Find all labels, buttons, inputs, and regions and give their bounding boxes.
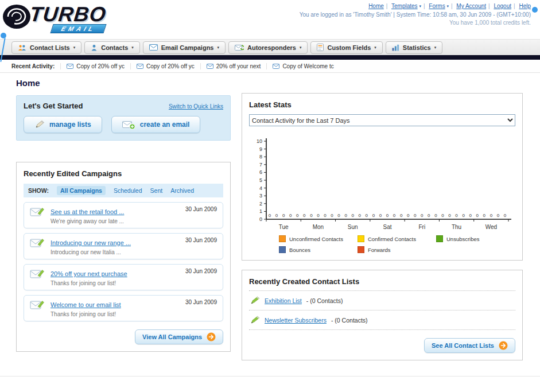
legend-item: Unconfirmed Contacts (279, 235, 358, 242)
contact-list-link[interactable]: Exhibition List (265, 297, 302, 304)
chart-legend: Unconfirmed ContactsConfirmed ContactsUn… (279, 235, 515, 253)
logo-subtext: EMAIL (50, 24, 106, 33)
nav-link-home[interactable]: Home (368, 3, 384, 9)
campaign-list-item[interactable]: 20% off your next purchase Thanks for jo… (24, 264, 223, 290)
tab-email-campaigns[interactable]: Email Campaigns ▾ (143, 41, 226, 54)
campaign-edit-icon (30, 299, 45, 310)
recent-activity-item[interactable]: 20% off your next (200, 63, 267, 69)
legend-label: Forwards (368, 247, 391, 253)
main-content: Home Let's Get Started Switch to Quick L… (0, 73, 540, 392)
switch-quick-links[interactable]: Switch to Quick Links (169, 103, 223, 110)
tab-label: Custom Fields (327, 44, 371, 51)
y-tick-label: 5 (259, 177, 262, 183)
footer-divider (0, 376, 540, 377)
tab-custom-fields[interactable]: Custom Fields ▾ (310, 41, 382, 54)
logo-text: TURBO (29, 2, 107, 26)
tab-contact-lists[interactable]: Contact Lists ▾ (11, 41, 81, 54)
chart-value-label: 0 (303, 213, 306, 218)
chart-value-label: 0 (331, 213, 333, 218)
view-all-campaigns-button[interactable]: View All Campaigns (135, 329, 223, 344)
legend-swatch (436, 235, 443, 242)
chart-value-label: 0 (289, 213, 292, 218)
y-tick-label: 9 (259, 146, 262, 152)
legend-item: Unsubscribes (436, 235, 515, 242)
filter-tab-all-campaigns[interactable]: All Campaigns (57, 186, 106, 195)
view-all-campaigns-label: View All Campaigns (142, 333, 202, 340)
recent-activity-text: Copy of 20% off yc (146, 63, 195, 69)
stats-period-select[interactable]: Contact Activity for the Last 7 Days (249, 114, 515, 126)
contact-list-item[interactable]: Newsletter Subscribers - (0 Contacts) (249, 311, 515, 330)
y-tick-label: 3 (259, 193, 262, 199)
get-started-panel: Let's Get Started Switch to Quick Links … (16, 95, 231, 141)
pencil-icon (34, 120, 45, 129)
y-tick-label: 10 (257, 138, 262, 144)
filter-tab-sent[interactable]: Sent (150, 187, 163, 194)
chart-value-label: 0 (504, 213, 507, 218)
chart-category-label: Fri (418, 224, 425, 230)
campaign-title-link[interactable]: Introducing our new range ... (50, 239, 131, 246)
tab-contacts[interactable]: Contacts ▾ (84, 41, 140, 54)
tab-autoresponders[interactable]: Autoresponders ▾ (228, 41, 308, 54)
chart-value-label: 0 (400, 213, 403, 218)
campaign-title-link[interactable]: See us at the retail food ... (50, 208, 124, 215)
recent-activity-item[interactable]: Copy of 20% off yc (60, 63, 130, 69)
campaign-subtitle: Thanks for joining our list! (50, 280, 180, 286)
chart-value-label: 0 (441, 213, 444, 218)
recent-activity-item[interactable]: Copy of 20% off yc (130, 63, 200, 69)
campaign-edit-icon (30, 206, 45, 217)
stats-title: Latest Stats (249, 100, 515, 109)
campaign-title-link[interactable]: Welcome to our email list (50, 301, 121, 308)
campaign-date: 30 Jun 2009 (185, 268, 217, 274)
recent-activity-item[interactable]: Copy of Welcome tc (266, 63, 339, 69)
contact-list-link[interactable]: Newsletter Subscribers (265, 317, 327, 324)
top-nav-links: Home| Templates ▾| Forms ▾| My Account| … (300, 3, 531, 9)
recent-activity-text: 20% off your next (216, 63, 261, 69)
nav-link-my-account[interactable]: My Account (456, 3, 486, 9)
tab-statistics[interactable]: Statistics ▾ (386, 41, 442, 54)
chart-value-label: 0 (379, 213, 382, 218)
campaigns-title: Recently Edited Campaigns (24, 169, 223, 178)
nav-link-help[interactable]: Help (519, 3, 531, 9)
nav-divider-bar (0, 55, 540, 60)
campaign-list-item[interactable]: See us at the retail food ... We're givi… (24, 202, 223, 228)
chevron-down-icon: ▾ (446, 4, 449, 8)
show-label: SHOW: (28, 187, 49, 194)
contact-list-item[interactable]: Exhibition List - (0 Contacts) (249, 291, 515, 311)
chart-value-label: 0 (434, 213, 437, 218)
pencil-icon (250, 316, 260, 324)
chevron-down-icon: ▾ (73, 45, 76, 50)
contacts-icon (91, 44, 98, 51)
envelope-icon (273, 64, 279, 69)
manage-lists-button[interactable]: manage lists (24, 116, 102, 133)
notification-dot (532, 7, 538, 13)
filter-tab-scheduled[interactable]: Scheduled (114, 187, 142, 194)
chart-value-label: 0 (421, 213, 424, 218)
app-logo: TURBO EMAIL (2, 1, 163, 34)
envelope-plus-icon (122, 120, 135, 130)
campaign-subtitle: Introducing our new Italia ... (50, 249, 180, 255)
nav-link-logout[interactable]: Logout (494, 3, 511, 9)
chart-value-label: 0 (386, 213, 389, 218)
campaign-edit-icon (30, 268, 45, 279)
nav-link-templates[interactable]: Templates (391, 3, 418, 9)
right-column: Latest Stats Contact Activity for the La… (242, 93, 523, 360)
chart-category-label: Mon (313, 224, 324, 230)
contact-activity-chart: 012345678910Tue00000Mon00000Sun00000Sat0… (249, 135, 516, 234)
header-right: Home| Templates ▾| Forms ▾| My Account| … (300, 3, 531, 26)
nav-link-forms[interactable]: Forms (429, 3, 445, 9)
logo-swirl-icon (2, 3, 32, 30)
get-started-title: Let's Get Started (24, 102, 83, 110)
see-all-contact-lists-button[interactable]: See All Contact Lists (424, 338, 515, 353)
filter-tab-archived[interactable]: Archived (170, 187, 194, 194)
create-email-button[interactable]: create an email (111, 116, 201, 133)
y-tick-label: 4 (259, 185, 262, 191)
chart-value-label: 0 (324, 213, 327, 218)
chart-value-label: 0 (414, 213, 417, 218)
campaigns-filter-tabs: SHOW: All Campaigns Scheduled Sent Archi… (24, 184, 223, 197)
recent-contact-lists-panel: Recently Created Contact Lists Exhibitio… (242, 270, 523, 360)
campaign-title-link[interactable]: 20% off your next purchase (50, 270, 127, 277)
arrow-right-icon (499, 341, 508, 350)
campaign-list-item[interactable]: Welcome to our email list Thanks for joi… (24, 295, 223, 321)
campaign-list-item[interactable]: Introducing our new range ... Introducin… (24, 233, 223, 259)
chart-value-label: 0 (462, 213, 465, 218)
